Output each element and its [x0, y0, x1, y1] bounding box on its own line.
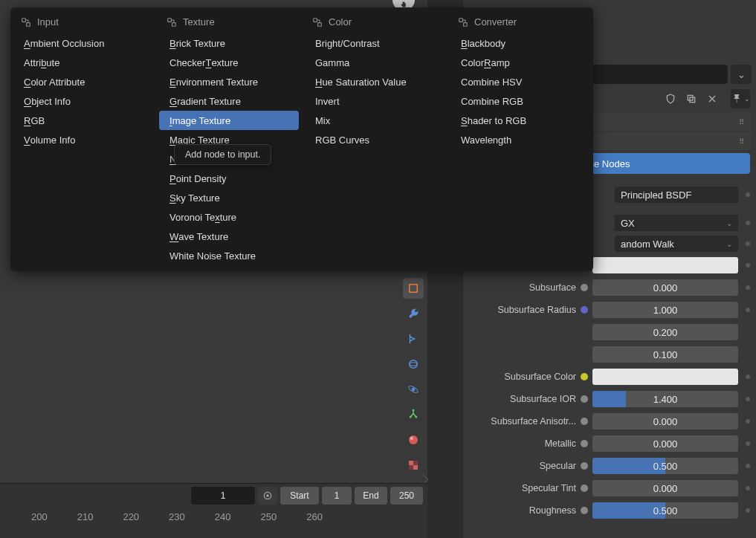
- menu-item-sky-texture[interactable]: Sky Texture: [159, 188, 299, 207]
- menu-item-rgb-curves[interactable]: RGB Curves: [305, 130, 445, 149]
- material-browse-dropdown[interactable]: ⌄: [731, 65, 752, 84]
- menu-item-gradient-texture[interactable]: Gradient Texture: [159, 91, 299, 111]
- property-value-field[interactable]: 0.100: [592, 346, 738, 363]
- sphere-icon[interactable]: [403, 354, 424, 375]
- menu-item-combine-rgb[interactable]: Combine RGB: [450, 91, 590, 111]
- menu-item-white-noise-texture[interactable]: White Noise Texture: [159, 246, 299, 265]
- animate-dot[interactable]: [746, 486, 750, 490]
- color-swatch[interactable]: [592, 257, 738, 273]
- end-frame-field[interactable]: 250: [390, 487, 423, 505]
- timeline-ruler[interactable]: 200210220230240250260: [0, 508, 427, 525]
- select-box-icon[interactable]: [403, 278, 424, 299]
- menu-item-volume-info[interactable]: Volume Info: [13, 130, 153, 149]
- color-swatch[interactable]: [592, 369, 738, 385]
- node-socket[interactable]: [581, 284, 588, 291]
- node-tree-icon[interactable]: [403, 404, 424, 425]
- menu-item-mix[interactable]: Mix: [305, 111, 445, 130]
- menu-item-combine-hsv[interactable]: Combine HSV: [450, 72, 590, 91]
- property-value-field[interactable]: 1.400: [592, 391, 738, 407]
- node-socket[interactable]: [581, 306, 588, 314]
- property-value-field[interactable]: 0.000: [592, 480, 738, 496]
- menu-item-ambient-occlusion[interactable]: Ambient Occlusion: [13, 33, 153, 53]
- svg-point-9: [409, 435, 418, 444]
- animate-dot[interactable]: [746, 397, 750, 401]
- texture-icon[interactable]: [403, 455, 424, 476]
- physics-icon[interactable]: [403, 379, 424, 400]
- animate-dot[interactable]: [746, 192, 750, 197]
- svg-point-8: [415, 416, 417, 418]
- property-value-field[interactable]: 1.000: [592, 302, 738, 318]
- animate-dot[interactable]: [746, 464, 750, 468]
- menu-item-gamma[interactable]: Gamma: [305, 53, 445, 72]
- property-value-field[interactable]: 0.000: [592, 279, 738, 296]
- shield-icon[interactable]: [661, 89, 680, 108]
- menu-item-environment-texture[interactable]: Environment Texture: [159, 72, 299, 91]
- animate-dot[interactable]: [746, 441, 750, 446]
- menu-item-bright-contrast[interactable]: Bright/Contrast: [305, 33, 445, 53]
- menu-item-point-density[interactable]: Point Density: [159, 169, 299, 188]
- menu-column-header: Color: [302, 13, 448, 33]
- node-socket[interactable]: [581, 462, 588, 470]
- menu-item-shader-to-rgb[interactable]: Shader to RGB: [450, 111, 590, 130]
- svg-rect-20: [27, 22, 30, 26]
- node-socket[interactable]: [581, 395, 588, 403]
- subsurface-method-dropdown[interactable]: andom Walk⌄: [615, 236, 738, 252]
- menu-item-invert[interactable]: Invert: [305, 91, 445, 111]
- surface-shader-dropdown[interactable]: Principled BSDF: [615, 187, 738, 203]
- property-value-field[interactable]: 0.500: [592, 502, 738, 519]
- animate-dot[interactable]: [746, 242, 750, 246]
- animate-dot[interactable]: [746, 308, 750, 312]
- animate-dot[interactable]: [746, 285, 750, 290]
- autokey-icon[interactable]: [258, 487, 277, 505]
- start-frame-field[interactable]: 1: [322, 487, 352, 505]
- timeline-tick: 260: [306, 511, 323, 522]
- wrench-icon[interactable]: [403, 303, 424, 324]
- duplicate-icon[interactable]: [682, 89, 701, 108]
- svg-point-7: [410, 416, 412, 418]
- distribution-dropdown[interactable]: GX⌄: [615, 215, 738, 231]
- property-value-field[interactable]: 0.200: [592, 324, 738, 340]
- node-socket[interactable]: [581, 418, 588, 425]
- menu-item-blackbody[interactable]: Blackbody: [450, 33, 590, 53]
- menu-column-header: Converter: [448, 13, 593, 33]
- animate-dot[interactable]: [746, 375, 750, 379]
- unlink-icon[interactable]: [702, 89, 722, 108]
- node-socket[interactable]: [581, 507, 588, 514]
- start-frame-label: Start: [280, 487, 319, 505]
- prop-label: Subsurface Color: [469, 372, 576, 382]
- menu-item-object-info[interactable]: Object Info: [13, 91, 153, 111]
- menu-item-colorramp[interactable]: ColorRamp: [450, 53, 590, 72]
- svg-rect-1: [410, 285, 418, 293]
- timeline-tick: 230: [169, 511, 185, 522]
- menu-item-wave-texture[interactable]: Wave Texture: [159, 227, 299, 246]
- menu-item-brick-texture[interactable]: Brick Texture: [159, 33, 299, 53]
- menu-item-color-attribute[interactable]: Color Attribute: [13, 72, 153, 91]
- menu-item-voronoi-texture[interactable]: Voronoi Texture: [159, 207, 299, 227]
- property-value-field[interactable]: 0.000: [592, 435, 738, 452]
- svg-point-10: [410, 437, 414, 441]
- menu-item-checker-texture[interactable]: Checker Texture: [159, 53, 299, 72]
- material-icon[interactable]: [403, 430, 424, 450]
- prop-label: Subsurface IOR: [469, 394, 576, 404]
- prop-label: Specular: [469, 461, 576, 471]
- menu-item-wavelength[interactable]: Wavelength: [450, 130, 590, 149]
- menu-item-rgb[interactable]: RGB: [13, 111, 153, 130]
- animate-dot[interactable]: [746, 419, 750, 424]
- node-socket[interactable]: [581, 440, 588, 447]
- menu-item-attribute[interactable]: Attribute: [13, 53, 153, 72]
- node-socket[interactable]: [581, 484, 588, 492]
- timeline-tick: 220: [123, 511, 139, 522]
- current-frame-field[interactable]: 1: [191, 487, 255, 505]
- animate-dot[interactable]: [746, 263, 750, 268]
- constraint-icon[interactable]: [403, 328, 424, 349]
- animate-dot[interactable]: [746, 221, 750, 225]
- pin-dropdown-icon[interactable]: ⌄: [731, 89, 750, 108]
- animate-dot[interactable]: [746, 508, 750, 513]
- property-value-field[interactable]: 0.500: [592, 458, 738, 474]
- property-value-field[interactable]: 0.000: [592, 413, 738, 430]
- menu-item-hue-saturation-value[interactable]: Hue Saturation Value: [305, 72, 445, 91]
- svg-rect-25: [459, 18, 463, 22]
- menu-item-image-texture[interactable]: Image Texture: [159, 111, 299, 130]
- node-socket[interactable]: [581, 373, 588, 380]
- svg-rect-11: [409, 461, 413, 465]
